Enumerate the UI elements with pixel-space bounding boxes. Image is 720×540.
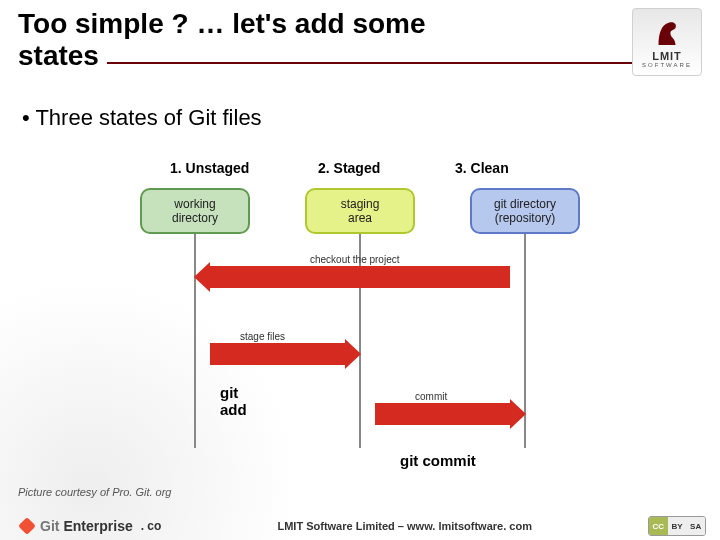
- label-commit: commit: [415, 391, 447, 402]
- footer-enterprise: Enterprise: [63, 518, 132, 534]
- cc-by: BY: [668, 517, 687, 535]
- box-git-directory: git directory (repository): [470, 188, 580, 234]
- picture-courtesy: Picture courtesy of Pro. Git. org: [18, 486, 171, 498]
- svg-rect-0: [18, 517, 36, 535]
- cmd-git-commit: git commit: [400, 452, 476, 469]
- arrow-stage: [210, 343, 345, 365]
- bullet-1: Three states of Git files: [22, 105, 698, 131]
- arrow-commit: [375, 403, 510, 425]
- brand-logo: LMIT SOFTWARE: [632, 8, 702, 76]
- cc-sa: SA: [686, 517, 705, 535]
- title-bar: Too simple ? … let's add some states LMI…: [18, 8, 702, 76]
- state-label-1: 1. Unstaged: [170, 160, 249, 176]
- label-stage: stage files: [240, 331, 285, 342]
- footer-dotcom: . co: [141, 519, 162, 533]
- footer-left: GitEnterprise . co: [18, 517, 161, 535]
- title-line2: states: [18, 40, 107, 71]
- git-icon: [18, 517, 36, 535]
- title-rule: [18, 62, 702, 64]
- label-checkout: checkout the project: [310, 254, 400, 265]
- footer: GitEnterprise . co LMIT Software Limited…: [18, 516, 706, 536]
- brand-name: LMIT: [652, 50, 682, 62]
- state-label-3: 3. Clean: [455, 160, 509, 176]
- knight-icon: [650, 16, 684, 50]
- box-working-directory: working directory: [140, 188, 250, 234]
- footer-git: Git: [40, 518, 59, 534]
- footer-org: LMIT Software Limited – www. lmitsoftwar…: [277, 520, 531, 532]
- bullet-list: Three states of Git files: [22, 105, 698, 131]
- state-label-2: 2. Staged: [318, 160, 380, 176]
- box-staging-area: staging area: [305, 188, 415, 234]
- cc-badge: CC BY SA: [648, 516, 706, 536]
- brand-sub: SOFTWARE: [642, 62, 692, 68]
- cmd-git-add: git add: [220, 385, 247, 418]
- git-states-diagram: working directory staging area git direc…: [140, 188, 580, 448]
- title-line1: Too simple ? … let's add some: [18, 8, 436, 39]
- arrow-checkout: [210, 266, 510, 288]
- cc-cc: CC: [649, 517, 668, 535]
